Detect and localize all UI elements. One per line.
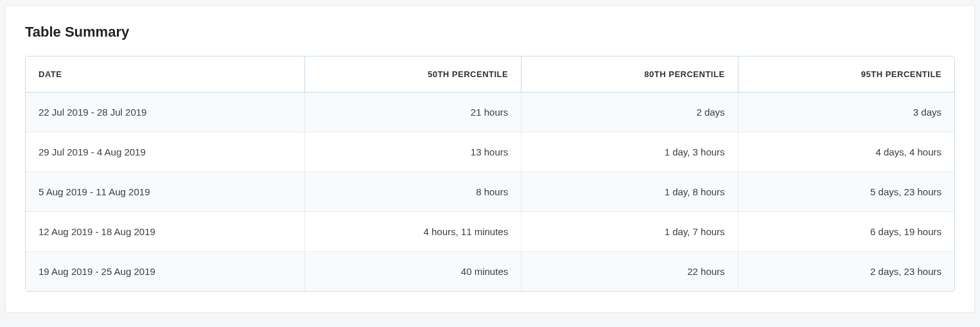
col-header-date: DATE — [26, 57, 304, 93]
cell-date: 5 Aug 2019 - 11 Aug 2019 — [26, 172, 304, 211]
cell-date: 29 Jul 2019 - 4 Aug 2019 — [26, 132, 304, 172]
col-header-p50: 50TH PERCENTILE — [304, 57, 521, 93]
cell-p50: 21 hours — [304, 93, 521, 132]
cell-p95: 6 days, 19 hours — [738, 211, 954, 251]
cell-p80: 2 days — [521, 93, 737, 132]
cell-p95: 4 days, 4 hours — [738, 132, 954, 172]
table-row: 22 Jul 2019 - 28 Jul 2019 21 hours 2 day… — [26, 93, 954, 132]
cell-p80: 22 hours — [521, 251, 737, 291]
table-summary-card: Table Summary DATE 50TH PERCENTILE 80TH … — [5, 5, 975, 313]
table-header-row: DATE 50TH PERCENTILE 80TH PERCENTILE 95T… — [26, 57, 954, 93]
cell-p80: 1 day, 8 hours — [521, 172, 737, 211]
table-row: 19 Aug 2019 - 25 Aug 2019 40 minutes 22 … — [26, 251, 954, 291]
summary-table: DATE 50TH PERCENTILE 80TH PERCENTILE 95T… — [25, 56, 955, 292]
cell-p95: 5 days, 23 hours — [738, 172, 954, 211]
col-header-p95: 95TH PERCENTILE — [738, 57, 954, 93]
table-row: 5 Aug 2019 - 11 Aug 2019 8 hours 1 day, … — [26, 172, 954, 211]
cell-date: 19 Aug 2019 - 25 Aug 2019 — [26, 251, 304, 291]
cell-p50: 40 minutes — [304, 251, 521, 291]
cell-p95: 3 days — [738, 93, 954, 132]
cell-p80: 1 day, 7 hours — [521, 211, 737, 251]
table-row: 12 Aug 2019 - 18 Aug 2019 4 hours, 11 mi… — [26, 211, 954, 251]
table-row: 29 Jul 2019 - 4 Aug 2019 13 hours 1 day,… — [26, 132, 954, 172]
col-header-p80: 80TH PERCENTILE — [521, 57, 737, 93]
cell-date: 12 Aug 2019 - 18 Aug 2019 — [26, 211, 304, 251]
cell-p95: 2 days, 23 hours — [738, 251, 954, 291]
cell-p80: 1 day, 3 hours — [521, 132, 737, 172]
card-title: Table Summary — [25, 24, 955, 40]
cell-p50: 13 hours — [304, 132, 521, 172]
cell-p50: 8 hours — [304, 172, 521, 211]
cell-p50: 4 hours, 11 minutes — [304, 211, 521, 251]
cell-date: 22 Jul 2019 - 28 Jul 2019 — [26, 93, 304, 132]
